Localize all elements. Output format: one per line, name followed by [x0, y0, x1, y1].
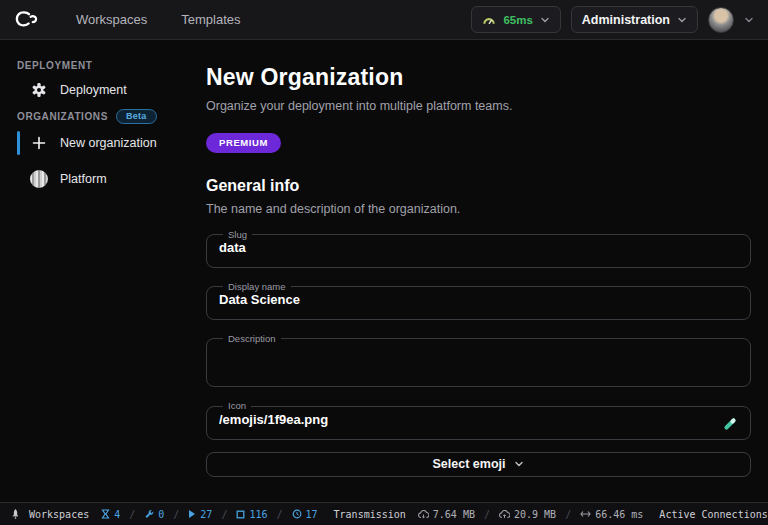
display-name-input[interactable]	[219, 292, 738, 313]
play-icon	[188, 509, 196, 519]
topbar: Workspaces Templates 65ms Administration	[0, 0, 768, 40]
download-stat: 7.64 MB	[418, 509, 475, 520]
stop-icon	[236, 510, 245, 519]
page-subtitle: Organize your deployment into multiple p…	[206, 99, 751, 113]
chevron-down-icon	[677, 15, 687, 25]
icon-field: Icon	[206, 400, 751, 439]
premium-badge: PREMIUM	[206, 133, 281, 153]
description-input[interactable]	[219, 344, 738, 380]
icon-field-label: Icon	[223, 400, 251, 411]
wrench-icon	[144, 509, 154, 519]
administration-menu-label: Administration	[582, 13, 670, 27]
nav-workspaces[interactable]: Workspaces	[62, 6, 161, 33]
status-bar: Workspaces 4 0 27 116 17 Transmission 7.…	[0, 502, 768, 525]
active-connections-label: Active Connections	[659, 509, 767, 520]
chevron-down-icon	[514, 459, 524, 469]
icon-input[interactable]	[219, 412, 712, 433]
upload-stat: 20.9 MB	[483, 509, 556, 520]
plus-icon	[30, 134, 48, 152]
display-name-field: Display name	[206, 281, 751, 320]
latency-arrows-icon	[580, 510, 591, 518]
coder-logo-icon[interactable]	[14, 11, 38, 28]
main-content: New Organization Organize your deploymen…	[196, 40, 768, 502]
pending-count: 4	[101, 509, 120, 520]
display-name-field-label: Display name	[223, 281, 291, 292]
user-menu-chevron-icon[interactable]	[744, 15, 754, 25]
nav-templates[interactable]: Templates	[167, 6, 254, 33]
page-title: New Organization	[206, 64, 751, 91]
rocket-icon	[10, 508, 21, 520]
stopped-count: 116	[220, 509, 267, 520]
select-emoji-button[interactable]: Select emoji	[206, 452, 751, 477]
scheduled-count: 17	[275, 509, 317, 520]
description-field-label: Description	[223, 333, 281, 344]
statusbar-transmission-group[interactable]: Transmission 7.64 MB 20.9 MB 66.46 ms	[334, 509, 644, 520]
transmission-label: Transmission	[334, 509, 406, 520]
sidebar-item-new-organization[interactable]: New organization	[0, 126, 196, 160]
hourglass-icon	[101, 509, 110, 519]
user-avatar[interactable]	[708, 7, 734, 33]
sidebar-item-label: Deployment	[60, 83, 127, 97]
slug-field-label: Slug	[223, 229, 252, 240]
gear-icon	[30, 81, 48, 99]
administration-menu-button[interactable]: Administration	[571, 6, 698, 33]
chevron-down-icon	[540, 15, 550, 25]
statusbar-connections-group[interactable]: Active Connections 12 2 4 0	[659, 509, 768, 520]
statusbar-workspaces-group[interactable]: Workspaces 4 0 27 116 17	[29, 509, 318, 520]
slug-field: Slug	[206, 229, 751, 268]
download-cloud-icon	[418, 510, 429, 519]
select-emoji-label: Select emoji	[433, 457, 506, 471]
gauge-icon	[482, 14, 496, 26]
clock-icon	[292, 509, 302, 519]
sidebar-section-deployment: DEPLOYMENT	[17, 60, 196, 71]
sidebar: DEPLOYMENT Deployment ORGANIZATIONS Beta	[0, 40, 196, 502]
org-avatar	[30, 170, 48, 188]
latency-button[interactable]: 65ms	[471, 6, 560, 33]
test-tube-emoji-icon	[722, 416, 738, 432]
description-field: Description	[206, 333, 751, 387]
slug-input[interactable]	[219, 240, 738, 261]
sidebar-item-label: Platform	[60, 172, 107, 186]
latency-value: 65ms	[503, 14, 532, 26]
workspaces-label: Workspaces	[29, 509, 89, 520]
building-count: 0	[128, 509, 164, 520]
sidebar-item-platform[interactable]: Platform	[0, 162, 196, 196]
general-info-heading: General info	[206, 177, 751, 195]
sidebar-section-organizations: ORGANIZATIONS Beta	[17, 109, 196, 124]
sidebar-item-label: New organization	[60, 136, 157, 150]
upload-cloud-icon	[499, 510, 510, 519]
latency-stat: 66.46 ms	[564, 509, 643, 520]
general-info-description: The name and description of the organiza…	[206, 202, 751, 216]
running-count: 27	[172, 509, 212, 520]
beta-badge: Beta	[116, 109, 157, 124]
sidebar-item-deployment[interactable]: Deployment	[0, 73, 196, 107]
